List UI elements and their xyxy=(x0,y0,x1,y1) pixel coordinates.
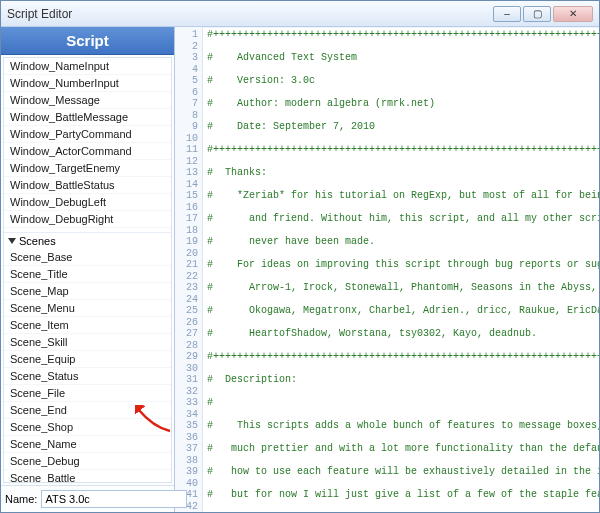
script-tree[interactable]: Window_NameInputWindow_NumberInputWindow… xyxy=(3,57,172,483)
code-line: # Date: September 7, 2010 xyxy=(207,121,599,133)
tree-item-window[interactable]: Window_PartyCommand xyxy=(4,126,171,143)
tree-item-scene[interactable]: Scene_Title xyxy=(4,266,171,283)
tree-item-scene[interactable]: Scene_Status xyxy=(4,368,171,385)
tree-item-scene[interactable]: Scene_Skill xyxy=(4,334,171,351)
chevron-down-icon xyxy=(8,238,16,244)
tree-item-window[interactable]: Window_NameInput xyxy=(4,58,171,75)
line-gutter: 1 2 3 4 5 6 7 8 9 10 11 12 13 14 15 16 1… xyxy=(175,27,203,512)
name-label: Name: xyxy=(5,493,37,505)
titlebar[interactable]: Script Editor – ▢ ✕ xyxy=(1,1,599,27)
code-area[interactable]: #+++++++++++++++++++++++++++++++++++++++… xyxy=(203,27,599,512)
code-line: # Arrow-1, Irock, Stonewall, PhantomH, S… xyxy=(207,282,599,294)
tree-item-window[interactable]: Window_BattleStatus xyxy=(4,177,171,194)
left-panel: Script Window_NameInputWindow_NumberInpu… xyxy=(1,27,175,512)
code-line: # For ideas on improving this script thr… xyxy=(207,259,599,271)
code-line: # HeartofShadow, Worstana, tsy0302, Kayo… xyxy=(207,328,599,340)
tree-item-scene[interactable]: Scene_Battle xyxy=(4,470,171,483)
code-line: #+++++++++++++++++++++++++++++++++++++++… xyxy=(207,144,599,156)
name-input[interactable] xyxy=(41,490,187,508)
tree-item-scene[interactable]: Scene_Base xyxy=(4,249,171,266)
code-line: #+++++++++++++++++++++++++++++++++++++++… xyxy=(207,29,599,41)
tree-item-scene[interactable]: Scene_End xyxy=(4,402,171,419)
code-line: # This scripts adds a whole bunch of fea… xyxy=(207,420,599,432)
name-row: Name: xyxy=(1,485,174,512)
code-line: # Thanks: xyxy=(207,167,599,179)
tree-item-window[interactable]: Window_ActorCommand xyxy=(4,143,171,160)
tree-item-scene[interactable]: Scene_File xyxy=(4,385,171,402)
code-line: # Version: 3.0c xyxy=(207,75,599,87)
tree-item-window[interactable]: Window_DebugRight xyxy=(4,211,171,228)
code-line: # never have been made. xyxy=(207,236,599,248)
tree-item-scene[interactable]: Scene_Menu xyxy=(4,300,171,317)
code-line: # how to use each feature will be exhaus… xyxy=(207,466,599,478)
code-line: # xyxy=(207,397,599,409)
minimize-button[interactable]: – xyxy=(493,6,521,22)
maximize-button[interactable]: ▢ xyxy=(523,6,551,22)
tree-item-scene[interactable]: Scene_Map xyxy=(4,283,171,300)
close-button[interactable]: ✕ xyxy=(553,6,593,22)
tree-item-scene[interactable]: Scene_Item xyxy=(4,317,171,334)
tree-item-scene[interactable]: Scene_Debug xyxy=(4,453,171,470)
code-line: #+++++++++++++++++++++++++++++++++++++++… xyxy=(207,351,599,363)
code-line: # *Zeriab* for his tutorial on RegExp, b… xyxy=(207,190,599,202)
script-list-header: Script xyxy=(1,27,174,55)
tree-item-scene[interactable]: Scene_Equip xyxy=(4,351,171,368)
category-label: Scenes xyxy=(19,235,56,247)
code-line: # but for now I will just give a list of… xyxy=(207,489,599,501)
tree-item-window[interactable]: Window_Message xyxy=(4,92,171,109)
code-panel: 1 2 3 4 5 6 7 8 9 10 11 12 13 14 15 16 1… xyxy=(175,27,599,512)
category-scenes[interactable]: Scenes xyxy=(4,232,171,249)
code-line: # Advanced Text System xyxy=(207,52,599,64)
tree-item-window[interactable]: Window_BattleMessage xyxy=(4,109,171,126)
tree-item-scene[interactable]: Scene_Shop xyxy=(4,419,171,436)
tree-item-window[interactable]: Window_DebugLeft xyxy=(4,194,171,211)
code-line: # Okogawa, Megatronx, Charbel, Adrien., … xyxy=(207,305,599,317)
script-editor-window: Script Editor – ▢ ✕ Script Window_NameIn… xyxy=(0,0,600,513)
window-body: Script Window_NameInputWindow_NumberInpu… xyxy=(1,27,599,512)
tree-item-window[interactable]: Window_TargetEnemy xyxy=(4,160,171,177)
tree-item-scene[interactable]: Scene_Name xyxy=(4,436,171,453)
code-line: # much prettier and with a lot more func… xyxy=(207,443,599,455)
window-title: Script Editor xyxy=(7,7,72,21)
code-line: # Description: xyxy=(207,374,599,386)
tree-item-window[interactable]: Window_NumberInput xyxy=(4,75,171,92)
code-line: # and friend. Without him, this script, … xyxy=(207,213,599,225)
code-line: # Author: modern algebra (rmrk.net) xyxy=(207,98,599,110)
